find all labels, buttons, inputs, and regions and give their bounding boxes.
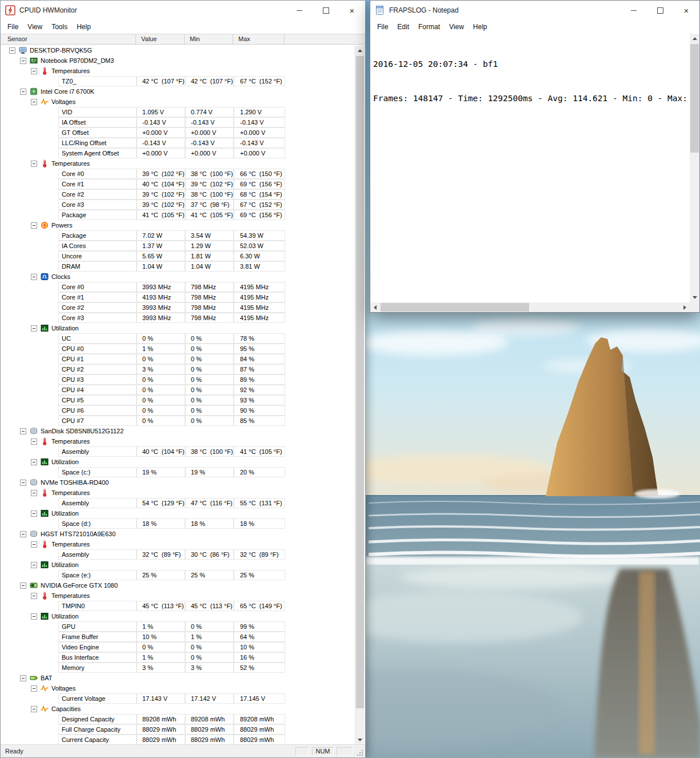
tree-row[interactable]: Core #03993 MHz798 MHz4195 MHz xyxy=(1,282,356,292)
tree-row[interactable]: Temperatures xyxy=(1,539,356,549)
scroll-thumb[interactable] xyxy=(690,44,699,153)
tree-row[interactable]: DESKTOP-BRVQK5G xyxy=(1,45,356,55)
tree-row[interactable]: NVMe TOSHIBA-RD400 xyxy=(1,477,356,488)
tree-row[interactable]: Current Voltage17.143 V17.142 V17.145 V xyxy=(1,693,356,704)
expand-toggle[interactable] xyxy=(31,510,37,517)
menu-file[interactable]: File xyxy=(3,20,23,34)
tree-row[interactable]: Voltages xyxy=(1,683,356,693)
tree-row[interactable]: Video Engine0 %0 %10 % xyxy=(1,642,356,652)
tree-row[interactable]: Core #33993 MHz798 MHz4195 MHz xyxy=(1,313,356,323)
expand-toggle[interactable] xyxy=(20,531,26,537)
tree-row[interactable]: CPU #23 %0 %87 % xyxy=(1,364,356,374)
tree-row[interactable]: UC0 %0 %78 % xyxy=(1,333,356,344)
tree-row[interactable]: Current Capacity88029 mWh88029 mWh88029 … xyxy=(1,735,356,745)
tree-row[interactable]: Utilization xyxy=(1,323,356,333)
tree-row[interactable]: System Agent Offset+0.000 V+0.000 V+0.00… xyxy=(1,148,356,158)
scroll-thumb[interactable] xyxy=(356,56,364,708)
tree-row[interactable]: Utilization xyxy=(1,611,356,621)
tree-row[interactable]: Intel Core i7 6700K xyxy=(1,86,356,97)
tree-row[interactable]: Uncore5.65 W1.81 W6.30 W xyxy=(1,251,356,261)
tree-row[interactable]: Core #039 °C (102 °F)38 °C (100 °F)66 °C… xyxy=(1,169,356,179)
tree-row[interactable]: CPU #60 %0 %90 % xyxy=(1,405,356,416)
tree-row[interactable]: Space (e:)25 %25 %25 % xyxy=(1,570,356,580)
expand-toggle[interactable] xyxy=(31,222,37,229)
tree-row[interactable]: NVIDIA GeForce GTX 1080 xyxy=(1,580,356,591)
expand-toggle[interactable] xyxy=(31,274,37,280)
tree-row[interactable]: CPU #50 %0 %93 % xyxy=(1,395,356,405)
column-header-value[interactable]: Value xyxy=(136,34,185,44)
tree-row[interactable]: LLC/Ring Offset-0.143 V-0.143 V-0.143 V xyxy=(1,138,356,148)
tree-row[interactable]: CPU #70 %0 %85 % xyxy=(1,416,356,426)
tree-row[interactable]: Capacities xyxy=(1,704,356,714)
tree-row[interactable]: IA Offset-0.143 V-0.143 V-0.143 V xyxy=(1,117,356,127)
horizontal-scrollbar[interactable] xyxy=(370,302,690,312)
tree-row[interactable]: CPU #40 %0 %92 % xyxy=(1,385,356,395)
expand-toggle[interactable] xyxy=(31,99,37,105)
hwmonitor-titlebar[interactable]: CPUID HWMonitor × xyxy=(1,1,365,20)
expand-toggle[interactable] xyxy=(31,613,37,620)
menu-view[interactable]: View xyxy=(445,20,469,34)
tree-row[interactable]: Bus Interface1 %0 %16 % xyxy=(1,652,356,663)
tree-row[interactable]: Designed Capacity89208 mWh89208 mWh89208… xyxy=(1,714,356,724)
tree-row[interactable]: GPU1 %0 %99 % xyxy=(1,621,356,632)
menu-view[interactable]: View xyxy=(23,20,47,34)
column-header-sensor[interactable]: Sensor xyxy=(1,34,136,44)
tree-row[interactable]: Core #239 °C (102 °F)38 °C (100 °F)68 °C… xyxy=(1,189,356,200)
tree-row[interactable]: TZ0_42 °C (107 °F)42 °C (107 °F)67 °C (1… xyxy=(1,76,356,86)
menu-format[interactable]: Format xyxy=(414,20,445,34)
tree-row[interactable]: SanDisk SD8SN8U512G1122 xyxy=(1,426,356,436)
tree-row[interactable]: Temperatures xyxy=(1,591,356,601)
tree-row[interactable]: Clocks xyxy=(1,272,356,282)
maximize-button[interactable] xyxy=(647,1,673,20)
vertical-scrollbar[interactable] xyxy=(355,46,365,745)
tree-row[interactable]: Assembly54 °C (129 °F)47 °C (116 °F)55 °… xyxy=(1,498,356,508)
tree-row[interactable]: Voltages xyxy=(1,97,356,107)
expand-toggle[interactable] xyxy=(31,685,37,692)
tree-row[interactable]: Core #339 °C (102 °F)37 °C (98 °F)67 °C … xyxy=(1,200,356,210)
expand-toggle[interactable] xyxy=(31,438,37,445)
expand-toggle[interactable] xyxy=(31,490,37,496)
tree-row[interactable]: CPU #10 %0 %84 % xyxy=(1,354,356,364)
tree-row[interactable]: Frame Buffer10 %1 %64 % xyxy=(1,632,356,642)
tree-row[interactable]: Space (d:)18 %18 %18 % xyxy=(1,518,356,529)
expand-toggle[interactable] xyxy=(20,480,26,486)
tree-row[interactable]: Utilization xyxy=(1,457,356,467)
tree-row[interactable]: Assembly32 °C (89 °F)30 °C (86 °F)32 °C … xyxy=(1,549,356,560)
expand-toggle[interactable] xyxy=(31,562,37,568)
tree-row[interactable]: Full Charge Capacity88029 mWh88029 mWh88… xyxy=(1,724,356,735)
tree-row[interactable]: VID1.095 V0.774 V1.290 V xyxy=(1,107,356,117)
tree-row[interactable]: CPU #30 %0 %89 % xyxy=(1,374,356,385)
scroll-up-arrow[interactable] xyxy=(355,46,365,55)
tree-row[interactable]: Utilization xyxy=(1,560,356,570)
tree-row[interactable]: DRAM1.04 W1.04 W3.81 W xyxy=(1,261,356,272)
scroll-down-arrow[interactable] xyxy=(355,735,365,745)
tree-row[interactable]: TMPIN045 °C (113 °F)45 °C (113 °F)65 °C … xyxy=(1,601,356,611)
expand-toggle[interactable] xyxy=(31,459,37,465)
tree-row[interactable]: Temperatures xyxy=(1,488,356,498)
tree-row[interactable]: Core #14193 MHz798 MHz4195 MHz xyxy=(1,292,356,302)
column-header-max[interactable]: Max xyxy=(233,34,285,44)
expand-toggle[interactable] xyxy=(31,161,37,167)
expand-toggle[interactable] xyxy=(20,583,26,589)
tree-row[interactable]: Powers xyxy=(1,220,356,230)
scroll-right-arrow[interactable] xyxy=(680,302,690,312)
scroll-down-arrow[interactable] xyxy=(690,293,699,302)
expand-toggle[interactable] xyxy=(31,593,37,599)
scroll-thumb[interactable] xyxy=(381,303,529,312)
tree-row[interactable]: Utilization xyxy=(1,508,356,518)
tree-row[interactable]: HGST HTS721010A9E630 xyxy=(1,529,356,539)
tree-row[interactable]: Memory3 %3 %52 % xyxy=(1,663,356,673)
expand-toggle[interactable] xyxy=(20,89,26,95)
tree-row[interactable]: Assembly40 °C (104 °F)38 °C (100 °F)41 °… xyxy=(1,446,356,457)
tree-row[interactable]: Temperatures xyxy=(1,436,356,446)
menu-edit[interactable]: Edit xyxy=(393,20,414,34)
expand-toggle[interactable] xyxy=(31,325,37,332)
expand-toggle[interactable] xyxy=(31,68,37,74)
tree-row[interactable]: Notebook P870DM2_DM3 xyxy=(1,55,356,66)
tree-row[interactable]: GT Offset+0.000 V+0.000 V+0.000 V xyxy=(1,127,356,138)
expand-toggle[interactable] xyxy=(20,675,26,681)
notepad-titlebar[interactable]: FRAPSLOG - Notepad × xyxy=(370,1,699,20)
tree-row[interactable]: IA Cores1.37 W1.29 W52.03 W xyxy=(1,241,356,251)
close-button[interactable]: × xyxy=(673,1,699,20)
scroll-left-arrow[interactable] xyxy=(370,302,380,312)
